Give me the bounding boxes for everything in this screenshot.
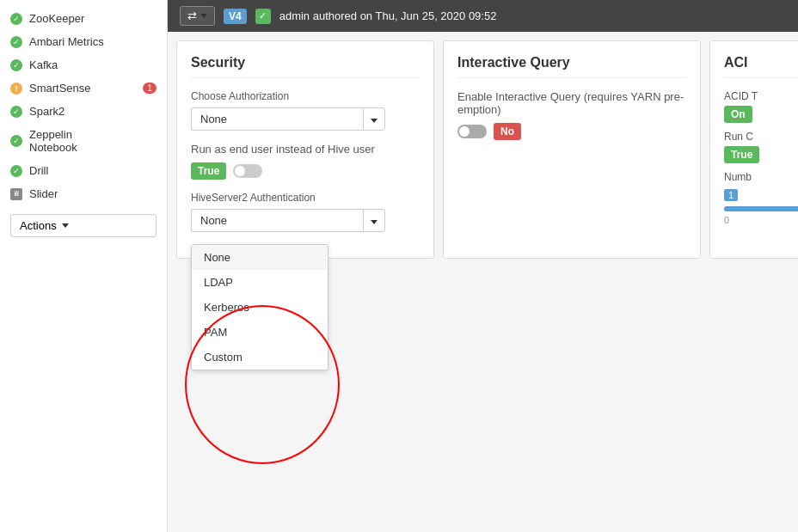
- security-card-title: Security: [191, 55, 420, 78]
- sidebar-label-drill: Drill: [29, 164, 157, 177]
- number-label: Numb: [724, 171, 798, 183]
- run-c-label: Run C: [724, 131, 798, 143]
- slider-labels: 0: [724, 215, 798, 225]
- actions-label: Actions: [20, 219, 57, 232]
- enable-iq-switch-knob: [459, 126, 470, 137]
- hiveserver2-select[interactable]: None: [191, 209, 363, 232]
- status-icon-zookeeper: ✓: [10, 13, 22, 25]
- acid-t-label: ACID T: [724, 90, 798, 102]
- check-icon: ✓: [13, 61, 20, 70]
- smartsense-badge: 1: [143, 83, 157, 94]
- top-bar: ⇄ V4 ✓ admin authored on Thu, Jun 25, 20…: [168, 0, 798, 32]
- slider-fill: [724, 206, 798, 211]
- toggle-switch-knob: [235, 166, 245, 176]
- status-icon-kafka: ✓: [10, 59, 22, 71]
- check-icon: ✓: [13, 167, 20, 175]
- choose-auth-row: None: [191, 107, 420, 131]
- pc-icon: 🖥: [13, 190, 20, 198]
- enable-iq-toggle-row: No: [457, 123, 686, 140]
- sidebar-item-smartsense[interactable]: ! SmartSense 1: [0, 76, 167, 100]
- shuffle-button[interactable]: ⇄: [180, 6, 215, 26]
- security-card: Security Choose Authorization None Run a…: [176, 40, 434, 259]
- choose-auth-select[interactable]: None: [191, 107, 363, 131]
- sidebar-label-zeppelin: ZeppelinNotebook: [29, 128, 157, 154]
- status-icon-ambari-metrics: ✓: [10, 36, 22, 48]
- check-icon: ✓: [13, 38, 20, 46]
- acid-card: ACI ACID T On Run C True Numb 1 0: [709, 40, 798, 259]
- warning-icon: !: [15, 84, 18, 93]
- status-icon-drill: ✓: [10, 165, 22, 177]
- sidebar-item-kafka[interactable]: ✓ Kafka: [0, 53, 167, 76]
- cards-area: Security Choose Authorization None Run a…: [168, 32, 798, 532]
- sidebar-item-ambari-metrics[interactable]: ✓ Ambari Metrics: [0, 30, 167, 53]
- dropdown-option-pam[interactable]: PAM: [192, 320, 328, 345]
- check-icon: ✓: [13, 15, 20, 23]
- check-icon: ✓: [13, 107, 20, 116]
- enable-iq-no-badge[interactable]: No: [494, 123, 521, 140]
- number-value-badge: 1: [724, 189, 738, 201]
- acid-card-title: ACI: [724, 55, 798, 78]
- interactive-query-title: Interactive Query: [457, 55, 686, 78]
- choose-auth-label: Choose Authorization: [191, 90, 420, 102]
- sidebar: ✓ ZooKeeper ✓ Ambari Metrics ✓ Kafka ! S…: [0, 0, 168, 532]
- main-area: ⇄ V4 ✓ admin authored on Thu, Jun 25, 20…: [168, 0, 798, 532]
- hiveserver2-dropdown-container: None None LDAP Kerberos PAM Custom: [191, 209, 385, 244]
- number-slider-wrap: 1 0: [724, 188, 798, 225]
- caret-icon: [62, 223, 69, 228]
- slider-min-label: 0: [724, 215, 729, 225]
- run-as-label: Run as end user instead of Hive user: [191, 143, 420, 156]
- shuffle-caret-icon: [200, 14, 207, 18]
- dropdown-option-none[interactable]: None: [192, 245, 328, 270]
- hiveserver2-dropdown-menu: None LDAP Kerberos PAM Custom: [191, 244, 328, 370]
- status-icon-slider: 🖥: [10, 188, 22, 200]
- cards-row-1: Security Choose Authorization None Run a…: [176, 40, 789, 259]
- version-badge: V4: [224, 9, 247, 24]
- run-as-toggle-switch[interactable]: [233, 164, 262, 178]
- run-as-true-badge[interactable]: True: [191, 162, 226, 180]
- sidebar-label-zookeeper: ZooKeeper: [29, 12, 157, 25]
- status-icon-spark2: ✓: [10, 106, 22, 118]
- sidebar-item-spark2[interactable]: ✓ Spark2: [0, 100, 167, 123]
- sidebar-label-kafka: Kafka: [29, 58, 157, 71]
- dropdown-option-ldap[interactable]: LDAP: [192, 270, 328, 295]
- shuffle-icon: ⇄: [187, 9, 197, 22]
- choose-auth-caret-icon: [371, 119, 378, 123]
- status-icon-smartsense: !: [10, 83, 22, 95]
- hiveserver2-select-row: None: [191, 209, 385, 232]
- sidebar-label-slider: Slider: [29, 187, 157, 200]
- enable-iq-switch[interactable]: [457, 125, 487, 138]
- run-as-toggle-row: True: [191, 162, 420, 180]
- version-check-icon: ✓: [255, 9, 271, 24]
- run-c-badge[interactable]: True: [724, 146, 759, 163]
- dropdown-option-custom[interactable]: Custom: [192, 345, 328, 370]
- choose-auth-caret-button[interactable]: [363, 107, 385, 131]
- slider-track[interactable]: [724, 206, 798, 211]
- sidebar-label-smartsense: SmartSense: [29, 82, 136, 95]
- interactive-query-card: Interactive Query Enable Interactive Que…: [443, 40, 701, 259]
- sidebar-item-zookeeper[interactable]: ✓ ZooKeeper: [0, 7, 167, 30]
- hiveserver2-caret-button[interactable]: [363, 209, 385, 232]
- author-text: admin authored on Thu, Jun 25, 2020 09:5…: [279, 9, 497, 22]
- sidebar-item-zeppelin[interactable]: ✓ ZeppelinNotebook: [0, 123, 167, 159]
- sidebar-item-drill[interactable]: ✓ Drill: [0, 159, 167, 182]
- check-icon: ✓: [13, 137, 20, 145]
- status-icon-zeppelin: ✓: [10, 135, 22, 147]
- dropdown-option-kerberos[interactable]: Kerberos: [192, 295, 328, 320]
- hiveserver2-label: HiveServer2 Authentication: [191, 192, 420, 204]
- sidebar-label-spark2: Spark2: [29, 105, 157, 118]
- actions-button-wrap: Actions: [0, 205, 167, 246]
- sidebar-label-ambari-metrics: Ambari Metrics: [29, 35, 157, 48]
- acid-on-badge[interactable]: On: [724, 106, 752, 123]
- actions-button[interactable]: Actions: [10, 214, 157, 237]
- sidebar-item-slider[interactable]: 🖥 Slider: [0, 182, 167, 205]
- enable-iq-label: Enable Interactive Query (requires YARN …: [457, 90, 686, 116]
- hiveserver2-caret-icon: [371, 220, 378, 224]
